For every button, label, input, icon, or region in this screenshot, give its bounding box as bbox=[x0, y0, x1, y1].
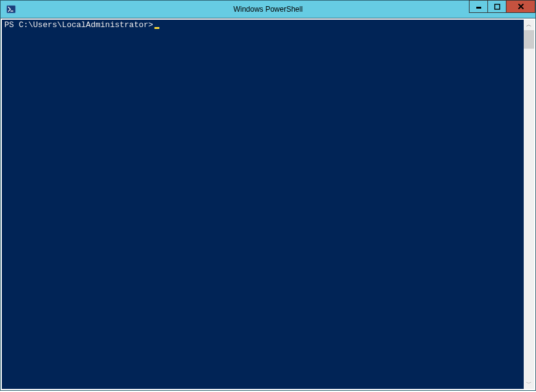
close-button[interactable] bbox=[506, 0, 535, 13]
minimize-button[interactable] bbox=[469, 0, 488, 13]
window-title: Windows PowerShell bbox=[233, 5, 303, 14]
prompt-line: PS C:\Users\LocalAdministrator> bbox=[4, 21, 521, 30]
console-content[interactable]: PS C:\Users\LocalAdministrator> bbox=[2, 20, 524, 389]
powershell-icon bbox=[6, 4, 17, 15]
svg-rect-0 bbox=[7, 6, 15, 13]
maximize-button[interactable] bbox=[487, 0, 506, 13]
svg-rect-3 bbox=[495, 4, 500, 9]
prompt-text: PS C:\Users\LocalAdministrator> bbox=[4, 21, 153, 30]
cursor bbox=[154, 27, 159, 29]
scroll-thumb[interactable] bbox=[524, 30, 534, 49]
scroll-up-button[interactable]: ︿ bbox=[524, 20, 534, 30]
chevron-down-icon: ﹀ bbox=[526, 381, 532, 386]
svg-rect-2 bbox=[476, 7, 481, 9]
vertical-scrollbar[interactable]: ︿ ﹀ bbox=[524, 20, 534, 389]
scroll-track[interactable] bbox=[524, 30, 534, 378]
window-controls bbox=[470, 0, 535, 13]
title-bar[interactable]: Windows PowerShell bbox=[0, 0, 536, 18]
console-area: PS C:\Users\LocalAdministrator> ︿ ﹀ bbox=[0, 18, 536, 391]
chevron-up-icon: ︿ bbox=[526, 22, 532, 28]
scroll-down-button[interactable]: ﹀ bbox=[524, 378, 534, 389]
